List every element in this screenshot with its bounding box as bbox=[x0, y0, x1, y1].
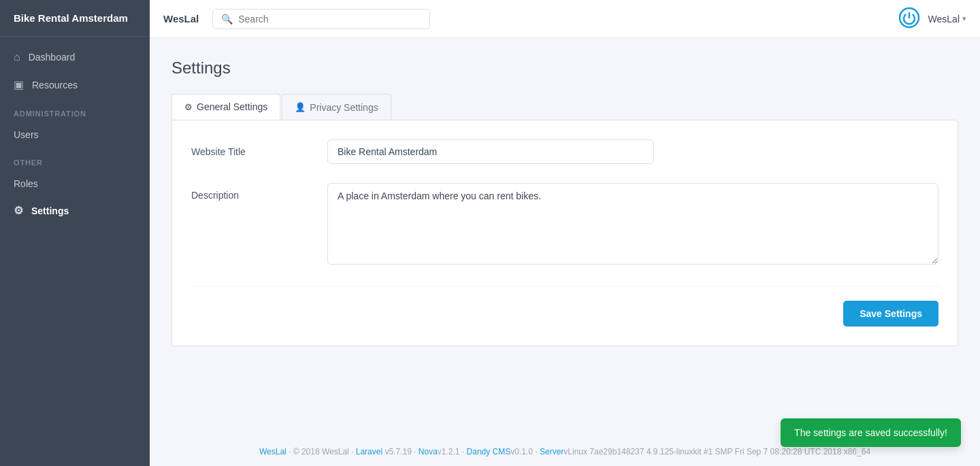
user-menu[interactable]: WesLal ▾ bbox=[928, 14, 966, 24]
sidebar-item-roles[interactable]: Roles bbox=[0, 171, 150, 197]
avatar bbox=[898, 7, 920, 31]
toast-message: The settings are saved successfully! bbox=[794, 427, 947, 438]
search-box: 🔍 bbox=[212, 9, 430, 29]
tab-general[interactable]: ⚙ General Settings bbox=[172, 94, 280, 120]
footer-dandy-ver: v0.1.0 bbox=[510, 447, 533, 456]
settings-form-card: Website Title Description A place in Ams… bbox=[172, 120, 958, 346]
website-title-label: Website Title bbox=[191, 139, 327, 157]
sidebar-brand: Bike Rental Amsterdam bbox=[0, 0, 150, 37]
footer-sep2: · bbox=[460, 447, 467, 456]
description-control: A place in Amsterdam where you can rent … bbox=[327, 183, 938, 267]
description-label: Description bbox=[191, 183, 327, 201]
user-name: WesLal bbox=[928, 14, 960, 24]
search-icon: 🔍 bbox=[221, 14, 233, 24]
topbar-right: WesLal ▾ bbox=[898, 7, 966, 31]
description-row: Description A place in Amsterdam where y… bbox=[191, 183, 938, 267]
page-title: Settings bbox=[172, 59, 958, 78]
sidebar-item-users[interactable]: Users bbox=[0, 122, 150, 148]
resources-icon: ▣ bbox=[14, 78, 24, 91]
footer-laravel-ver: v5.7.19 bbox=[385, 447, 411, 456]
person-tab-icon: 👤 bbox=[295, 102, 306, 112]
footer-dandy-link[interactable]: Dandy CMS bbox=[467, 447, 511, 456]
tab-privacy-label: Privacy Settings bbox=[310, 102, 378, 113]
settings-tabs: ⚙ General Settings 👤 Privacy Settings bbox=[172, 94, 958, 120]
sidebar-item-label: Resources bbox=[32, 80, 78, 90]
footer-server-link[interactable]: Server bbox=[540, 447, 564, 456]
sidebar-item-label: Settings bbox=[31, 205, 69, 216]
success-toast: The settings are saved successfully! bbox=[781, 418, 961, 447]
settings-icon: ⚙ bbox=[14, 204, 23, 217]
website-title-control bbox=[327, 139, 938, 164]
tab-general-label: General Settings bbox=[197, 101, 267, 112]
footer-server-info: vLinux 7ae29b148237 4.9.125-linuxkit #1 … bbox=[564, 447, 870, 456]
search-input[interactable] bbox=[238, 14, 421, 24]
sidebar-item-label: Dashboard bbox=[29, 52, 76, 63]
power-icon bbox=[898, 7, 920, 29]
sidebar-item-label: Roles bbox=[14, 178, 38, 189]
tab-privacy[interactable]: 👤 Privacy Settings bbox=[282, 94, 391, 120]
sidebar-nav: ⌂ Dashboard ▣ Resources ADMINISTRATION U… bbox=[0, 37, 150, 224]
gear-tab-icon: ⚙ bbox=[184, 102, 193, 112]
page-content: Settings ⚙ General Settings 👤 Privacy Se… bbox=[150, 38, 980, 437]
footer-brand-link[interactable]: WesLal bbox=[259, 447, 287, 456]
main-area: WesLal 🔍 WesLal ▾ Settings bbox=[150, 0, 980, 466]
footer-nova-ver: v1.2.1 bbox=[438, 447, 460, 456]
website-title-input[interactable] bbox=[327, 139, 654, 164]
form-divider bbox=[191, 286, 938, 287]
save-settings-button[interactable]: Save Settings bbox=[843, 301, 938, 327]
sidebar-item-settings[interactable]: ⚙ Settings bbox=[0, 197, 150, 224]
sidebar-section-administration: ADMINISTRATION bbox=[0, 99, 150, 122]
description-textarea[interactable]: A place in Amsterdam where you can rent … bbox=[327, 183, 938, 265]
topbar-brand: WesLal bbox=[163, 13, 199, 24]
footer-sep3: · bbox=[533, 447, 540, 456]
home-icon: ⌂ bbox=[14, 51, 20, 63]
footer-copyright: · © 2018 WesLal · bbox=[287, 447, 356, 456]
sidebar-item-resources[interactable]: ▣ Resources bbox=[0, 71, 150, 99]
form-actions: Save Settings bbox=[191, 301, 938, 327]
topbar: WesLal 🔍 WesLal ▾ bbox=[150, 0, 980, 38]
footer-nova-link[interactable]: Nova bbox=[419, 447, 438, 456]
chevron-down-icon: ▾ bbox=[962, 14, 966, 23]
footer-sep1: · bbox=[412, 447, 419, 456]
sidebar: Bike Rental Amsterdam ⌂ Dashboard ▣ Reso… bbox=[0, 0, 150, 466]
sidebar-item-dashboard[interactable]: ⌂ Dashboard bbox=[0, 44, 150, 71]
sidebar-section-other: OTHER bbox=[0, 148, 150, 171]
sidebar-item-label: Users bbox=[14, 129, 39, 140]
footer-laravel-link[interactable]: Laravel bbox=[356, 447, 382, 456]
website-title-row: Website Title bbox=[191, 139, 938, 164]
